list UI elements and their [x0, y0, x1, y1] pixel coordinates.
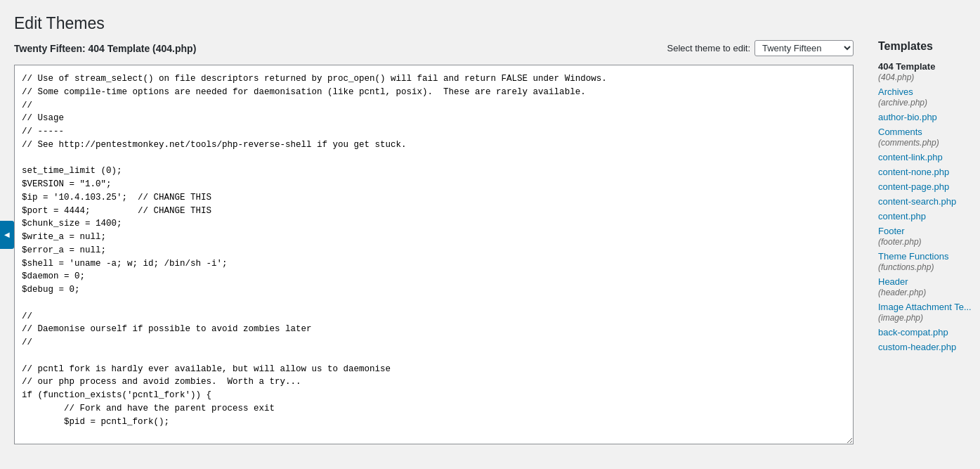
- template-link-404-template: 404 Template: [878, 61, 980, 72]
- template-item-custom-header: custom-header.php: [878, 342, 980, 352]
- template-item-content-search: content-search.php: [878, 196, 980, 207]
- template-item-content-none: content-none.php: [878, 167, 980, 177]
- template-item-content-page: content-page.php: [878, 181, 980, 192]
- sidebar-toggle[interactable]: [0, 221, 14, 249]
- template-sub-archives: (archive.php): [878, 98, 980, 108]
- template-link-author-bio[interactable]: author-bio.php: [878, 112, 980, 122]
- template-link-comments[interactable]: Comments: [878, 127, 980, 137]
- template-item-comments: Comments(comments.php): [878, 127, 980, 148]
- templates-sidebar: Templates 404 Template(404.php)Archives(…: [868, 40, 980, 469]
- template-item-content-link: content-link.php: [878, 152, 980, 162]
- template-item-404-template: 404 Template(404.php): [878, 61, 980, 82]
- template-link-content-search[interactable]: content-search.php: [878, 196, 980, 207]
- template-item-theme-functions: Theme Functions(functions.php): [878, 251, 980, 272]
- template-link-theme-functions[interactable]: Theme Functions: [878, 251, 980, 262]
- templates-title: Templates: [878, 40, 980, 53]
- theme-select[interactable]: Twenty Fifteen Twenty Sixteen Twenty Sev…: [754, 40, 854, 56]
- file-title: Twenty Fifteen: 404 Template (404.php): [14, 43, 196, 54]
- template-sub-theme-functions: (functions.php): [878, 262, 980, 272]
- template-item-back-compat: back-compat.php: [878, 327, 980, 338]
- template-item-footer: Footer(footer.php): [878, 226, 980, 247]
- template-link-header[interactable]: Header: [878, 276, 980, 287]
- template-link-content-link[interactable]: content-link.php: [878, 152, 980, 162]
- template-sub-header: (header.php): [878, 288, 980, 297]
- template-link-content[interactable]: content.php: [878, 211, 980, 221]
- template-item-image-attachment: Image Attachment Te...(image.php): [878, 302, 980, 323]
- code-editor[interactable]: [14, 65, 854, 444]
- template-sub-comments: (comments.php): [878, 138, 980, 148]
- template-link-custom-header[interactable]: custom-header.php: [878, 342, 980, 352]
- template-link-footer[interactable]: Footer: [878, 226, 980, 236]
- select-theme-label: Select theme to edit:: [667, 43, 750, 53]
- template-item-author-bio: author-bio.php: [878, 112, 980, 122]
- template-sub-image-attachment: (image.php): [878, 313, 980, 323]
- page-title: Edit Themes: [14, 14, 980, 33]
- template-link-content-page[interactable]: content-page.php: [878, 181, 980, 192]
- template-sub-404-template: (404.php): [878, 72, 980, 82]
- template-link-back-compat[interactable]: back-compat.php: [878, 327, 980, 338]
- template-item-header: Header(header.php): [878, 276, 980, 297]
- template-sub-footer: (footer.php): [878, 237, 980, 247]
- template-link-archives[interactable]: Archives: [878, 86, 980, 97]
- template-link-image-attachment[interactable]: Image Attachment Te...: [878, 302, 980, 312]
- template-item-content: content.php: [878, 211, 980, 221]
- template-link-content-none[interactable]: content-none.php: [878, 167, 980, 177]
- template-item-archives: Archives(archive.php): [878, 86, 980, 108]
- template-list: 404 Template(404.php)Archives(archive.ph…: [878, 61, 980, 352]
